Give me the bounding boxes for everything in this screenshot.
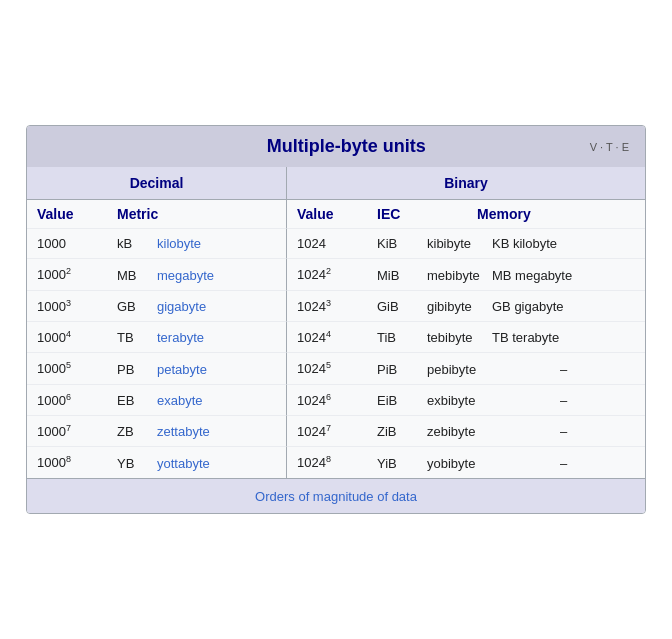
binary-iec-name: tebibyte (427, 330, 492, 345)
binary-iec-name: zebibyte (427, 424, 492, 439)
binary-abbr: MiB (377, 268, 427, 283)
binary-iec-name: kibibyte (427, 236, 492, 251)
binary-abbr: EiB (377, 393, 427, 408)
decimal-metric-header: Metric (117, 206, 276, 222)
decimal-abbr: PB (117, 362, 157, 377)
binary-iec-name: gibibyte (427, 299, 492, 314)
decimal-value: 10003 (37, 298, 117, 314)
decimal-cell: 1000kBkilobyte (27, 228, 287, 258)
binary-memory-header: Memory (477, 206, 635, 222)
decimal-value: 10008 (37, 454, 117, 470)
decimal-abbr: GB (117, 299, 157, 314)
binary-iec-header: IEC (377, 206, 477, 222)
binary-abbr: PiB (377, 362, 427, 377)
decimal-cell: 10005PBpetabyte (27, 352, 287, 383)
footer: Orders of magnitude of data (27, 478, 645, 513)
decimal-abbr: TB (117, 330, 157, 345)
decimal-value: 1000 (37, 236, 117, 251)
memory-cell: MB megabyte (492, 268, 635, 283)
memory-cell: TB terabyte (492, 330, 635, 345)
binary-cell: 10248YiByobibyte– (287, 446, 645, 477)
binary-value: 10247 (297, 423, 377, 439)
decimal-name-link[interactable]: exabyte (157, 393, 276, 408)
memory-cell: – (492, 424, 635, 439)
binary-cell: 10243GiBgibibyteGB gigabyte (287, 290, 645, 321)
decimal-value: 10005 (37, 360, 117, 376)
decimal-name-link[interactable]: megabyte (157, 268, 276, 283)
decimal-value: 10007 (37, 423, 117, 439)
decimal-name-link[interactable]: gigabyte (157, 299, 276, 314)
decimal-cell: 10008YByottabyte (27, 446, 287, 477)
binary-cell: 10247ZiBzebibyte– (287, 415, 645, 446)
decimal-abbr: MB (117, 268, 157, 283)
decimal-value: 10004 (37, 329, 117, 345)
binary-value: 10244 (297, 329, 377, 345)
memory-cell: – (492, 456, 635, 471)
table-header: Multiple-byte units V · T · E (27, 126, 645, 167)
binary-value: 10245 (297, 360, 377, 376)
decimal-name-link[interactable]: petabyte (157, 362, 276, 377)
binary-cell: 1024KiBkibibyteKB kilobyte (287, 228, 645, 258)
table-title: Multiple-byte units (103, 136, 590, 157)
binary-value-header: Value (297, 206, 377, 222)
sub-headers: Value Metric Value IEC Memory (27, 199, 645, 228)
binary-value: 10246 (297, 392, 377, 408)
decimal-name-link[interactable]: yottabyte (157, 456, 276, 471)
decimal-cell: 10002MBmegabyte (27, 258, 287, 289)
binary-value: 10243 (297, 298, 377, 314)
memory-cell: GB gigabyte (492, 299, 635, 314)
data-rows: 1000kBkilobyte1024KiBkibibyteKB kilobyte… (27, 228, 645, 477)
memory-cell: KB kilobyte (492, 236, 635, 251)
binary-iec-name: pebibyte (427, 362, 492, 377)
memory-cell: – (492, 393, 635, 408)
decimal-cell: 10004TBterabyte (27, 321, 287, 352)
decimal-name-link[interactable]: zettabyte (157, 424, 276, 439)
binary-cell: 10246EiBexbibyte– (287, 384, 645, 415)
binary-abbr: KiB (377, 236, 427, 251)
decimal-value: 10006 (37, 392, 117, 408)
binary-cell: 10245PiBpebibyte– (287, 352, 645, 383)
decimal-sub-header: Value Metric (27, 200, 287, 228)
binary-abbr: GiB (377, 299, 427, 314)
binary-abbr: YiB (377, 456, 427, 471)
decimal-cell: 10003GBgigabyte (27, 290, 287, 321)
binary-sub-header: Value IEC Memory (287, 200, 645, 228)
binary-abbr: ZiB (377, 424, 427, 439)
vte-links[interactable]: V · T · E (590, 141, 629, 153)
decimal-abbr: YB (117, 456, 157, 471)
footer-link[interactable]: Orders of magnitude of data (255, 489, 417, 504)
binary-iec-name: yobibyte (427, 456, 492, 471)
decimal-value: 10002 (37, 266, 117, 282)
main-table: Multiple-byte units V · T · E Decimal Bi… (26, 125, 646, 513)
memory-cell: – (492, 362, 635, 377)
binary-cell: 10242MiBmebibyteMB megabyte (287, 258, 645, 289)
decimal-cell: 10007ZBzettabyte (27, 415, 287, 446)
binary-value: 1024 (297, 236, 377, 251)
binary-value: 10242 (297, 266, 377, 282)
decimal-name-link[interactable]: terabyte (157, 330, 276, 345)
decimal-section-header: Decimal (27, 167, 287, 199)
binary-iec-name: exbibyte (427, 393, 492, 408)
vte-text: V · T · E (590, 141, 629, 153)
binary-cell: 10244TiBtebibyteTB terabyte (287, 321, 645, 352)
section-headers: Decimal Binary (27, 167, 645, 199)
decimal-name-link[interactable]: kilobyte (157, 236, 276, 251)
binary-abbr: TiB (377, 330, 427, 345)
binary-iec-name: mebibyte (427, 268, 492, 283)
decimal-value-header: Value (37, 206, 117, 222)
binary-section-header: Binary (287, 167, 645, 199)
binary-value: 10248 (297, 454, 377, 470)
decimal-abbr: EB (117, 393, 157, 408)
decimal-abbr: ZB (117, 424, 157, 439)
decimal-cell: 10006EBexabyte (27, 384, 287, 415)
decimal-abbr: kB (117, 236, 157, 251)
